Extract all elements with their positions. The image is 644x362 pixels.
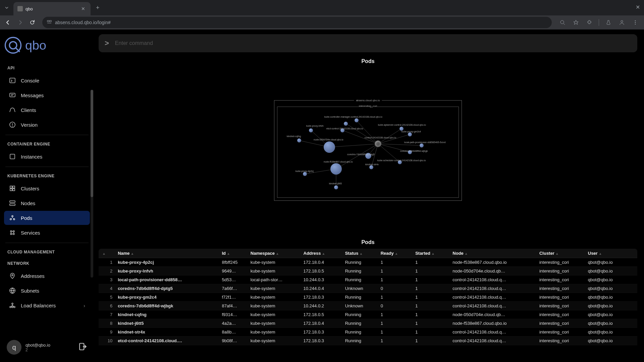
col-label: Name (118, 251, 129, 256)
sidebar-item-messages[interactable]: Messages (4, 88, 90, 102)
graph-node-control[interactable] (375, 140, 381, 147)
col-id[interactable]: Id▲ (219, 249, 248, 258)
section-api: API (3, 62, 91, 73)
sidebar-item-nodes[interactable]: Nodes (4, 196, 90, 210)
svg-rect-19 (10, 186, 12, 188)
table-row[interactable]: 9 kindnet-str4x 8a8b… kube-system 172.18… (99, 328, 637, 337)
col-namespace[interactable]: Namespace▲ (248, 249, 301, 258)
graph-node[interactable] (297, 138, 301, 142)
table-row[interactable]: 5 kube-proxy-gm2c4 f72f1… kube-system 17… (99, 293, 637, 302)
close-tab-button[interactable]: ✕ (80, 6, 87, 11)
graph-node[interactable] (344, 122, 348, 126)
col-ready[interactable]: Ready▲ (378, 249, 413, 258)
col-name[interactable]: Name▲ (115, 249, 219, 258)
col-node[interactable]: Node▲ (450, 249, 537, 258)
tab-search-dropdown[interactable] (3, 4, 11, 12)
labs-icon[interactable] (603, 17, 614, 28)
avatar[interactable]: q (7, 340, 21, 355)
sidebar-item-console[interactable]: Console (4, 73, 90, 87)
menu-icon[interactable] (630, 17, 641, 28)
nav-label: Load Balancers (21, 303, 56, 308)
window-close-button[interactable]: ✕ (636, 4, 640, 10)
table-row[interactable]: 6 coredns-7db6d8ff4d-wjbgk 87af4… kube-s… (99, 302, 637, 310)
graph-node[interactable] (334, 185, 338, 189)
command-input[interactable] (115, 40, 631, 46)
table-row[interactable]: 4 coredns-7db6d8ff4d-dptg5 7a66f… kube-s… (99, 284, 637, 293)
reload-button[interactable] (28, 18, 37, 27)
cell-cluster: interesting_cori (537, 276, 585, 284)
cell-index: 8 (99, 319, 115, 328)
col-cluster[interactable]: Cluster▲ (537, 249, 585, 258)
col-status[interactable]: Status▲ (342, 249, 378, 258)
graph-node[interactable] (420, 143, 424, 147)
svg-point-8 (635, 24, 636, 25)
sidebar-item-subnets[interactable]: Subnets (4, 284, 90, 298)
sidebar-item-pods[interactable]: Pods (4, 211, 90, 225)
app-root: qbo API Console Messages Clients Version… (0, 29, 644, 362)
nav-label: Addresses (21, 273, 45, 279)
bookmark-icon[interactable] (571, 17, 581, 28)
sort-icon: ▲ (102, 252, 106, 255)
col-index[interactable]: ▲ (99, 249, 115, 258)
sort-icon: ▲ (276, 252, 279, 255)
browser-tab[interactable]: qbo ✕ (13, 2, 91, 15)
cell-node: node-050d704e.cloud.qb… (450, 310, 537, 319)
col-label: Namespace (251, 251, 275, 256)
svg-text:qbo: qbo (25, 38, 46, 52)
sidebar-item-services[interactable]: Services (4, 226, 90, 240)
cell-namespace: kube-system (248, 267, 301, 276)
table-row[interactable]: 10 etcd-control-24142108.cloud.… 9b08f… … (99, 337, 637, 345)
graph-node[interactable] (324, 141, 335, 153)
sidebar-item-addresses[interactable]: Addresses (4, 269, 90, 283)
scrollbar-thumb[interactable] (91, 90, 93, 197)
sidebar-item-version[interactable]: Version (4, 118, 90, 132)
forward-button[interactable] (15, 18, 25, 27)
table-row[interactable]: 1 kube-proxy-4p2cj 8fbff245 kube-system … (99, 258, 637, 267)
cell-namespace: kube-system (248, 302, 301, 310)
graph-node[interactable] (303, 172, 307, 176)
table-row[interactable]: 2 kube-proxy-lnfvh 9649… kube-system 172… (99, 267, 637, 276)
table-row[interactable]: 8 kindnet-j6tt5 4a2a… kube-system 172.18… (99, 319, 637, 328)
col-address[interactable]: Address▲ (301, 249, 342, 258)
graph-outer-box: absens.cloud.qbo.io interesting_cori (274, 100, 462, 201)
logout-button[interactable] (78, 342, 87, 352)
col-user[interactable]: User▲ (585, 249, 637, 258)
graph-node[interactable] (355, 118, 359, 122)
site-settings-icon[interactable] (47, 19, 52, 25)
sidebar-scrollbar[interactable] (91, 90, 93, 278)
svg-rect-18 (10, 154, 15, 159)
graph-node[interactable] (408, 132, 412, 136)
col-started[interactable]: Started▲ (413, 249, 450, 258)
graph-node[interactable] (309, 128, 313, 132)
extensions-icon[interactable] (584, 17, 595, 28)
sidebar-item-load-balancers[interactable]: Load Balancers› (4, 298, 90, 312)
logo[interactable]: qbo (3, 34, 91, 62)
sidebar-item-instances[interactable]: Instances (4, 149, 90, 164)
zoom-icon[interactable] (557, 17, 568, 28)
cell-cluster: interesting_cori (537, 267, 585, 276)
sidebar-item-clusters[interactable]: Clusters (4, 181, 90, 195)
cell-user: qbot@qbo.io (585, 328, 637, 337)
graph-node[interactable] (369, 165, 373, 169)
cell-node: control-24142108.cloud.q… (450, 302, 537, 310)
sort-icon: ▲ (599, 252, 602, 255)
user-email: qbot@qbo.io (25, 343, 74, 348)
sort-icon: ▲ (322, 252, 325, 255)
nav-label: Clients (21, 107, 36, 113)
graph-node[interactable] (330, 163, 342, 175)
nav-label: Subnets (21, 288, 39, 294)
table-row[interactable]: 7 kindnet-cqfng f9314… kube-system 172.1… (99, 310, 637, 319)
sidebar-item-clients[interactable]: Clients (4, 103, 90, 117)
cell-id: 7a66f… (219, 284, 248, 293)
table-row[interactable]: 3 local-path-provisioner-dd858… 5d53… lo… (99, 276, 637, 284)
new-tab-button[interactable]: + (96, 4, 100, 11)
cell-address: 10.244.0.4 (301, 284, 342, 293)
command-bar[interactable]: > (99, 34, 637, 52)
sort-icon: ▲ (395, 252, 398, 255)
back-button[interactable] (3, 18, 13, 27)
url-bar[interactable]: absens.cloud.qbo.io/login# (42, 17, 552, 28)
sort-icon: ▲ (359, 252, 363, 255)
profile-icon[interactable] (616, 17, 627, 28)
graph-panel[interactable]: absens.cloud.qbo.io interesting_cori (99, 68, 637, 233)
browser-chrome: qbo ✕ + ✕ absens.cloud.qbo.io/login# (0, 0, 644, 29)
